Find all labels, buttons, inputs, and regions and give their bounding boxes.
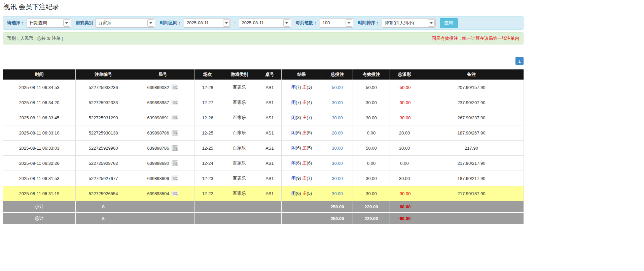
chevron-down-icon[interactable] bbox=[346, 19, 352, 27]
table-row: 2025-08-11 06:32:26522725928762639898680… bbox=[3, 156, 524, 171]
result-player-label: 闲 bbox=[291, 176, 296, 181]
bet-time: 2025-08-11 06:32:26 bbox=[3, 156, 76, 171]
total-bet-link[interactable]: 30.00 bbox=[332, 161, 343, 166]
summary-empty bbox=[258, 201, 282, 213]
session-no: 12-28 bbox=[194, 80, 221, 95]
round-video-icon[interactable] bbox=[172, 100, 178, 105]
time-range-label: 时间区间： bbox=[160, 20, 182, 26]
table-no: AS1 bbox=[258, 125, 282, 141]
result-player-label: 闲 bbox=[291, 145, 296, 150]
total-bet-link[interactable]: 30.00 bbox=[332, 100, 343, 105]
note: 187.90/217.90 bbox=[419, 171, 524, 186]
round-cell: 639898606 bbox=[131, 171, 194, 186]
valid-bet: 0.00 bbox=[353, 125, 390, 141]
total-bet-link[interactable]: 30.00 bbox=[332, 146, 343, 151]
page-size-value: 100 bbox=[320, 19, 345, 27]
total-bet-cell: 30.00 bbox=[322, 186, 353, 201]
session-no: 12-27 bbox=[194, 95, 221, 110]
note: 217.90/187.90 bbox=[419, 186, 524, 201]
query-type-select[interactable]: 日期查询 bbox=[27, 18, 71, 28]
round-cell: 639898891 bbox=[131, 110, 194, 125]
total-bet-cell: 30.00 bbox=[322, 110, 353, 125]
round-video-icon[interactable] bbox=[172, 115, 178, 120]
result-player-score: (7) bbox=[296, 85, 302, 90]
chevron-down-icon[interactable] bbox=[223, 19, 230, 27]
query-type-label: 请选择： bbox=[7, 20, 25, 26]
table-no: AS1 bbox=[258, 186, 282, 201]
round-id: 639898891 bbox=[147, 115, 169, 120]
round-video-icon[interactable] bbox=[172, 130, 178, 136]
chevron-down-icon[interactable] bbox=[147, 19, 154, 27]
result-player-label: 闲 bbox=[291, 160, 296, 165]
valid-bet: 30.00 bbox=[353, 186, 390, 201]
page-button[interactable]: 1 bbox=[515, 57, 524, 65]
game-type-select[interactable]: 百家乐 bbox=[95, 18, 155, 28]
summary-valid-bet: 220.00 bbox=[353, 213, 390, 224]
bet-id: 522725929960 bbox=[76, 141, 131, 156]
game-type-label: 游戏类别 bbox=[76, 20, 93, 26]
time-sort-value: 降冪(由大到小) bbox=[382, 19, 427, 27]
total-bet-link[interactable]: 20.00 bbox=[332, 130, 343, 136]
payout: 0.00 bbox=[390, 156, 419, 171]
summary-empty bbox=[282, 213, 322, 224]
summary-label: 小计 bbox=[3, 201, 76, 213]
chevron-down-icon[interactable] bbox=[63, 19, 70, 27]
date-from-select[interactable]: 2025-08-11 bbox=[184, 18, 231, 28]
bet-records-table: 时间注单编号局号场次游戏类别桌号结果总投注有效投注总派彩备注 2025-08-1… bbox=[3, 69, 524, 224]
result-banker-label: 庄 bbox=[302, 100, 307, 105]
result-cell: 闲(6) 庄(6) bbox=[282, 156, 322, 171]
total-bet-link[interactable]: 50.00 bbox=[332, 85, 343, 90]
result-player-score: (9) bbox=[296, 176, 302, 181]
column-header: 备注 bbox=[419, 69, 524, 80]
summary-empty bbox=[221, 213, 258, 224]
total-bet-link[interactable]: 30.00 bbox=[332, 176, 343, 181]
round-video-icon[interactable] bbox=[172, 85, 178, 90]
bet-id: 522725931290 bbox=[76, 110, 131, 125]
bet-id: 522725933236 bbox=[76, 80, 131, 95]
chevron-down-icon[interactable] bbox=[428, 19, 435, 27]
round-id: 639898987 bbox=[147, 100, 169, 105]
result-player-score: (6) bbox=[296, 191, 302, 196]
column-header: 结果 bbox=[282, 69, 322, 80]
chevron-down-icon[interactable] bbox=[283, 19, 290, 27]
page-size-select[interactable]: 100 bbox=[320, 18, 353, 28]
column-header: 桌号 bbox=[258, 69, 282, 80]
payout: 30.00 bbox=[390, 171, 419, 186]
payout: -30.00 bbox=[390, 186, 419, 201]
result-banker-score: (6) bbox=[307, 160, 312, 165]
total-bet-link[interactable]: 30.00 bbox=[332, 115, 343, 120]
summary-empty bbox=[419, 201, 524, 213]
table-row: 2025-08-11 06:34:20522725932333639898987… bbox=[3, 95, 524, 110]
round-id: 639899082 bbox=[147, 85, 169, 90]
summary-empty bbox=[221, 201, 258, 213]
time-sort-select[interactable]: 降冪(由大到小) bbox=[382, 18, 436, 28]
date-from-value: 2025-08-11 bbox=[184, 19, 222, 27]
result-cell: 闲(6) 庄(5) bbox=[282, 125, 322, 141]
summary-count: 8 bbox=[76, 213, 131, 224]
result-banker-label: 庄 bbox=[302, 85, 307, 90]
summary-empty bbox=[258, 213, 282, 224]
valid-bet: 30.00 bbox=[353, 171, 390, 186]
total-bet-link[interactable]: 30.00 bbox=[332, 191, 343, 196]
date-to-select[interactable]: 2025-08-11 bbox=[239, 18, 291, 28]
valid-bet: 0.00 bbox=[353, 156, 390, 171]
payout: 30.00 bbox=[390, 141, 419, 156]
round-video-icon[interactable] bbox=[172, 145, 178, 151]
result-cell: 闲(7) 庄(4) bbox=[282, 95, 322, 110]
game-type: 百家乐 bbox=[221, 171, 258, 186]
search-button[interactable]: 查询 bbox=[440, 18, 458, 28]
session-no: 12-26 bbox=[194, 110, 221, 125]
bet-time: 2025-08-11 06:33:10 bbox=[3, 125, 76, 141]
bet-id: 522725932333 bbox=[76, 95, 131, 110]
round-video-icon[interactable] bbox=[172, 191, 178, 196]
total-bet-cell: 30.00 bbox=[322, 156, 353, 171]
result-banker-label: 庄 bbox=[302, 130, 307, 135]
column-header: 总派彩 bbox=[390, 69, 419, 80]
result-banker-label: 庄 bbox=[302, 145, 307, 150]
result-banker-score: (3) bbox=[307, 85, 312, 90]
game-type: 百家乐 bbox=[221, 186, 258, 201]
round-video-icon[interactable] bbox=[172, 160, 178, 166]
result-player-score: (7) bbox=[296, 100, 302, 105]
summary-empty bbox=[194, 213, 221, 224]
round-video-icon[interactable] bbox=[172, 176, 178, 181]
